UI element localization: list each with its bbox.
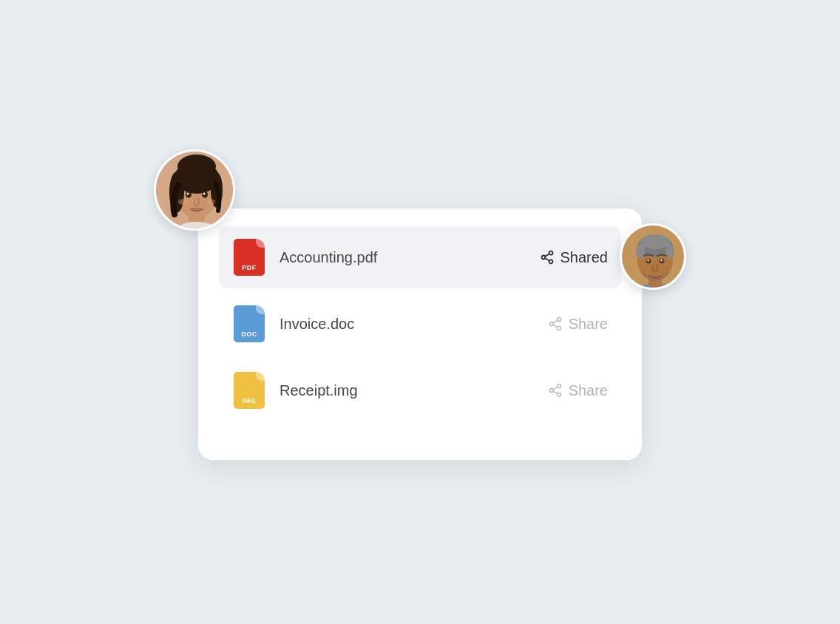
svg-point-25 [660, 260, 662, 261]
svg-point-19 [640, 234, 670, 249]
doc-icon-label: DOC [241, 330, 257, 338]
share-action-invoice[interactable]: Share [526, 316, 608, 333]
svg-point-20 [636, 244, 645, 259]
file-row-accounting[interactable]: PDF Accounting.pdf Shared [219, 226, 621, 288]
file-icon-doc: DOC [232, 305, 266, 343]
svg-line-42 [553, 387, 558, 389]
share-label-receipt: Share [569, 382, 608, 399]
svg-point-12 [178, 199, 187, 205]
svg-point-27 [657, 269, 660, 272]
img-icon-label: IMG [243, 397, 257, 404]
svg-point-21 [665, 244, 674, 259]
svg-point-13 [206, 199, 215, 205]
file-row-invoice[interactable]: DOC Invoice.doc Share [219, 293, 621, 355]
avatar-right [620, 223, 686, 290]
svg-point-26 [651, 269, 654, 272]
file-list-card: PDF Accounting.pdf Shared DOC [198, 208, 642, 460]
share-icon-accounting [540, 250, 555, 265]
svg-line-31 [545, 258, 549, 260]
share-action-accounting[interactable]: Shared [526, 249, 608, 266]
share-label-invoice: Share [569, 316, 608, 333]
share-icon-invoice [548, 316, 563, 331]
file-icon-pdf: PDF [232, 238, 266, 277]
share-icon-receipt [548, 383, 563, 398]
file-name-invoice: Invoice.doc [280, 316, 513, 333]
share-label-accounting: Shared [560, 249, 609, 266]
svg-line-32 [545, 254, 549, 256]
pdf-icon-label: PDF [242, 264, 257, 271]
share-action-receipt[interactable]: Share [526, 382, 608, 399]
svg-point-24 [647, 260, 648, 261]
file-row-receipt[interactable]: IMG Receipt.img Share [219, 359, 621, 421]
file-name-accounting: Accounting.pdf [280, 249, 513, 266]
svg-line-37 [553, 320, 558, 322]
file-name-receipt: Receipt.img [280, 382, 513, 399]
svg-line-36 [553, 325, 558, 327]
svg-point-11 [203, 193, 206, 195]
file-icon-img: IMG [232, 371, 266, 410]
svg-point-7 [177, 155, 216, 178]
svg-point-10 [187, 193, 189, 195]
scene: PDF Accounting.pdf Shared DOC [154, 149, 686, 475]
svg-line-41 [553, 391, 558, 393]
avatar-left [154, 149, 235, 231]
